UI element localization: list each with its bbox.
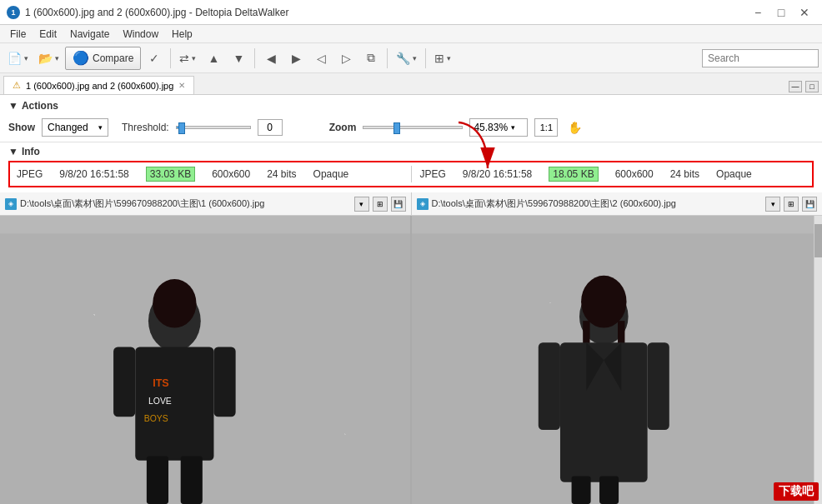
right-format: JPEG: [420, 168, 446, 180]
info-row: JPEG 9/8/20 16:51:58 33.03 KB 600x600 24…: [8, 161, 814, 187]
prev-icon: ▲: [208, 52, 219, 65]
zoom-value: 45.83%: [474, 122, 508, 133]
right-file-save[interactable]: 💾: [802, 197, 817, 212]
menu-help[interactable]: Help: [165, 27, 199, 42]
swap-button[interactable]: ⇄▾: [175, 47, 200, 70]
zoom-hand-button[interactable]: ✋: [564, 118, 584, 137]
main-tab[interactable]: ⚠ 1 (600x600).jpg and 2 (600x600).jpg ✕: [3, 76, 194, 94]
menu-edit[interactable]: Edit: [33, 27, 63, 42]
scrollbar-thumb[interactable]: [814, 224, 822, 257]
threshold-slider[interactable]: [176, 121, 251, 134]
window-title: 1 (600x600).jpg and 2 (600x600).jpg - De…: [25, 7, 747, 18]
tab-restore-controls: — □: [789, 81, 819, 94]
left-file-action[interactable]: ⊞: [373, 197, 388, 212]
action-right-icon: ▷: [342, 52, 351, 65]
menu-window[interactable]: Window: [116, 27, 165, 42]
new-icon: 📄: [8, 52, 22, 65]
new-button[interactable]: 📄▾: [3, 47, 33, 70]
copy-icon: ⧉: [367, 51, 375, 65]
tab-icon: ⚠: [13, 80, 21, 91]
minimize-button[interactable]: −: [747, 4, 769, 21]
actions-controls: Show Changed ▾ Threshold: 0: [8, 118, 814, 137]
actions-collapse-icon: ▼: [8, 100, 18, 112]
show-dropdown[interactable]: Changed ▾: [42, 118, 108, 137]
left-opacity: Opaque: [313, 168, 349, 180]
left-file-save[interactable]: 💾: [391, 197, 406, 212]
app-icon: 1: [7, 6, 20, 19]
slider-thumb[interactable]: [178, 122, 185, 134]
restore-button[interactable]: —: [789, 81, 802, 92]
left-bits: 24 bits: [267, 168, 296, 180]
maximize-tab-button[interactable]: □: [805, 81, 819, 92]
toolbar: 📄▾ 📂▾ 🔵 Compare ✓ ⇄▾ ▲ ▼ ◀ ▶ ◁ ▷ ⧉ 🔧▾: [0, 43, 822, 73]
tab-bar: ⚠ 1 (600x600).jpg and 2 (600x600).jpg ✕ …: [0, 73, 822, 95]
info-header: ▼ Info: [8, 146, 814, 157]
copy-button[interactable]: ⧉: [359, 47, 383, 70]
zoom-dropdown-arrow: ▾: [511, 123, 515, 132]
maximize-button[interactable]: □: [770, 4, 792, 21]
right-date: 9/8/20 16:51:58: [463, 168, 532, 180]
open-icon: 📂: [38, 52, 53, 65]
swap-icon: ⇄: [179, 52, 189, 65]
zoom-1to1-button[interactable]: 1:1: [534, 118, 558, 137]
tools-button[interactable]: 🔧▾: [392, 47, 421, 70]
tab-close-button[interactable]: ✕: [178, 81, 185, 90]
right-image-pane[interactable]: 下载吧: [412, 216, 822, 504]
main-area: ▼ Actions Show Changed ▾ Threshold:: [0, 95, 822, 504]
search-input[interactable]: [702, 49, 819, 67]
action-left-button[interactable]: ◁: [309, 47, 333, 70]
left-file-icon: ◈: [5, 198, 17, 210]
info-right: JPEG 9/8/20 16:51:58 18.05 KB 600x600 24…: [420, 167, 806, 182]
slider-track: [176, 126, 251, 129]
right-file-dropdown[interactable]: ▾: [765, 197, 780, 212]
right-arrow-icon: ▶: [292, 52, 301, 65]
divider-2: [254, 48, 255, 68]
zoom-slider[interactable]: [363, 121, 463, 134]
left-dimensions: 600x600: [212, 168, 250, 180]
new-arrow: ▾: [24, 54, 28, 62]
right-file-action[interactable]: ⊞: [784, 197, 799, 212]
open-button[interactable]: 📂▾: [34, 47, 63, 70]
action-right-button[interactable]: ▷: [334, 47, 358, 70]
image-area: ITS LOVE BOYS: [0, 216, 822, 504]
right-file-icon: ◈: [417, 198, 429, 210]
info-left: JPEG 9/8/20 16:51:58 33.03 KB 600x600 24…: [17, 167, 403, 182]
right-file-bar: ◈ D:\tools\桌面\素材\图片\599670988200\主图\2 (6…: [412, 192, 823, 215]
threshold-group: Threshold: 0: [122, 119, 283, 136]
zoom-thumb[interactable]: [393, 122, 400, 134]
info-label: Info: [22, 146, 40, 157]
action-left-icon: ◁: [317, 52, 326, 65]
compare-label: Compare: [93, 52, 133, 64]
compare-button[interactable]: 🔵 Compare: [65, 47, 141, 70]
tools-icon: 🔧: [396, 52, 410, 65]
vertical-scrollbar[interactable]: [814, 216, 822, 504]
close-button[interactable]: ✕: [794, 4, 815, 21]
layout-button[interactable]: ⊞▾: [430, 47, 455, 70]
right-dimensions: 600x600: [615, 168, 654, 180]
diff-overlay: [0, 216, 410, 504]
menu-navigate[interactable]: Navigate: [63, 27, 116, 42]
actions-header[interactable]: ▼ Actions: [8, 100, 814, 112]
layout-arrow: ▾: [447, 54, 451, 62]
show-dropdown-arrow: ▾: [98, 123, 103, 132]
info-collapse-icon: ▼: [8, 146, 18, 157]
right-nav-button[interactable]: ▶: [284, 47, 308, 70]
file-bars: ◈ D:\tools\桌面\素材\图片\599670988200\主图\1 (6…: [0, 192, 822, 216]
menu-bar: File Edit Navigate Window Help: [0, 25, 822, 43]
zoom-group: Zoom 45.83% ▾ 1:1 ✋: [329, 118, 585, 137]
prev-button[interactable]: ▲: [202, 47, 225, 70]
left-image-bg: ITS LOVE BOYS: [0, 216, 410, 504]
left-nav-button[interactable]: ◀: [259, 47, 283, 70]
next-button[interactable]: ▼: [227, 47, 250, 70]
divider-3: [387, 48, 388, 68]
left-image-pane[interactable]: ITS LOVE BOYS: [0, 216, 410, 504]
menu-file[interactable]: File: [3, 27, 33, 42]
info-separator: [411, 166, 412, 182]
tools-arrow: ▾: [413, 54, 417, 62]
left-file-dropdown[interactable]: ▾: [354, 197, 369, 212]
compare-mode-button[interactable]: ✓: [143, 47, 166, 70]
window-controls: − □ ✕: [747, 4, 815, 21]
zoom-track: [363, 126, 463, 129]
zoom-select[interactable]: 45.83% ▾: [469, 118, 528, 137]
right-size: 18.05 KB: [549, 167, 598, 182]
